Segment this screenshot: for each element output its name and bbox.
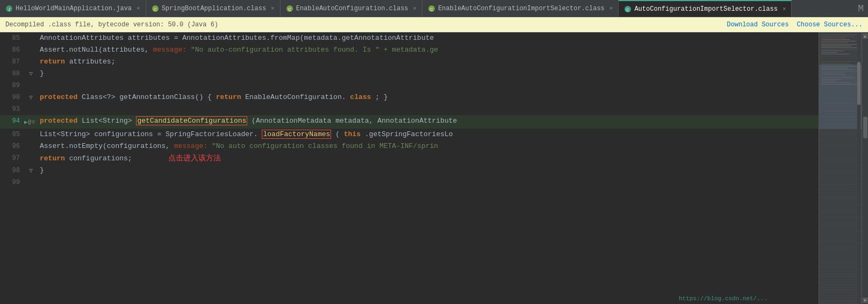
table-row: 96 Assert.notEmpty(configurations, messa… — [0, 140, 819, 152]
fold-icon-98[interactable]: ▽ — [29, 167, 33, 174]
scroll-down-button[interactable]: ▼ — [863, 298, 868, 303]
tab-label: SpringBootApplication.class — [162, 5, 266, 12]
annotation-marker: @ — [28, 117, 31, 129]
tab-close[interactable]: × — [413, 5, 417, 12]
line-code: AnnotationAttributes attributes = Annota… — [38, 32, 819, 44]
code-token: configurations; — [69, 154, 132, 162]
line-number: 85 — [0, 32, 24, 44]
tab-label: AutoConfigurationImportSelector.class — [634, 5, 777, 13]
code-token: (AnnotationMetadata metadata, Annotation… — [252, 117, 457, 125]
tab-close[interactable]: × — [609, 5, 613, 12]
tab-close-active[interactable]: × — [783, 6, 786, 12]
line-code — [38, 176, 819, 188]
minimap-scroll-thumb[interactable] — [857, 62, 860, 105]
code-token: ; } — [375, 93, 388, 101]
line-gutter: ▽ — [24, 165, 38, 176]
highlighted-method-loadfactorynames: loadFactoryNames — [262, 130, 331, 139]
code-param: message: — [174, 142, 207, 150]
line-gutter — [24, 56, 38, 68]
tab-helloworldmain[interactable]: J HelloWorldMainApplication.java × — [0, 0, 146, 17]
choose-sources-link[interactable]: Choose Sources... — [797, 21, 863, 29]
code-token: Assert.notEmpty(configurations, — [40, 142, 174, 150]
tab-autoconfigimportselector[interactable]: C AutoConfigurationImportSelector.class … — [619, 0, 792, 17]
line-number: 87 — [0, 56, 24, 68]
table-row: 89 — [0, 80, 819, 91]
keyword-protected: protected — [40, 93, 77, 101]
notification-bar: Decompiled .class file, bytecode version… — [0, 17, 868, 32]
tab-close[interactable]: × — [137, 5, 140, 12]
keyword-return: return — [40, 58, 65, 66]
line-number: 89 — [0, 80, 24, 91]
scroll-thumb[interactable] — [863, 117, 867, 138]
line-number: 94 — [0, 115, 24, 129]
tab-label: EnableAutoConfigurationImportSelector.cl… — [438, 5, 605, 12]
tab-label: HelloWorldMainApplication.java — [16, 5, 132, 12]
line-number: 98 — [0, 165, 24, 176]
table-row: 99 — [0, 176, 819, 188]
line-code: return attributes; — [38, 56, 819, 68]
scroll-track[interactable] — [863, 40, 867, 296]
tab-enableautoconfigimport[interactable]: C EnableAutoConfigurationImportSelector.… — [422, 0, 619, 17]
highlighted-method-getcandidateconfigurations: getCandidateConfigurations — [136, 116, 247, 125]
line-code: } — [38, 165, 819, 176]
line-number: 90 — [0, 91, 24, 103]
line-gutter — [24, 152, 38, 165]
table-row: 94 ▶ @ ▽ protected List<String> getCandi… — [0, 115, 819, 129]
code-token: AnnotationAttributes attributes = Annota… — [40, 34, 434, 42]
class-icon: C — [152, 5, 159, 12]
code-token: Class<?> getAnnotationClass() { — [82, 93, 216, 101]
line-gutter — [24, 80, 38, 91]
run-icon[interactable]: ▶ — [24, 117, 27, 129]
line-code: return configurations; 点击进入该方法 — [38, 152, 819, 165]
fold-icon-94[interactable]: ▽ — [32, 117, 35, 129]
fold-icon-90[interactable]: ▽ — [29, 94, 33, 101]
line-code: Assert.notNull(attributes, message: "No … — [38, 44, 819, 56]
table-row: 87 return attributes; — [0, 56, 819, 68]
line-number: 88 — [0, 68, 24, 80]
code-token: } — [40, 69, 44, 77]
code-table: 85 AnnotationAttributes attributes = Ann… — [0, 32, 819, 188]
code-token: Assert.notNull(attributes, — [40, 46, 153, 54]
tab-springbootapp[interactable]: C SpringBootApplication.class × — [146, 0, 281, 17]
notification-message: Decompiled .class file, bytecode version… — [5, 21, 218, 29]
code-token: List<String> configurations = SpringFact… — [40, 130, 258, 138]
tab-enableautoconfig[interactable]: C EnableAutoConfiguration.class × — [281, 0, 422, 17]
fold-icon[interactable]: ▽ — [29, 70, 33, 77]
minimap-scrollbar[interactable] — [857, 32, 860, 304]
line-number: 86 — [0, 44, 24, 56]
vertical-scrollbar: ▲ ▼ — [862, 32, 868, 304]
line-code — [38, 80, 819, 91]
scroll-up-button[interactable]: ▲ — [863, 33, 868, 39]
class-icon-4: C — [624, 5, 632, 13]
more-tabs-button[interactable]: M — [853, 0, 868, 17]
code-string: "No auto-configuration attributes found.… — [191, 46, 438, 54]
line-gutter — [24, 129, 38, 140]
svg-text:C: C — [430, 7, 433, 12]
code-token: List<String> — [82, 117, 136, 125]
keyword-this: this — [344, 130, 361, 138]
download-sources-link[interactable]: Download Sources — [727, 21, 788, 29]
code-token: EnableAutoConfiguration. — [245, 93, 346, 101]
code-token: } — [40, 166, 44, 174]
table-row: 93 — [0, 103, 819, 115]
line-code: } — [38, 68, 819, 80]
chinese-annotation: 点击进入该方法 — [168, 154, 221, 162]
keyword-protected: protected — [40, 117, 77, 125]
table-row: 90 ▽ protected Class<?> getAnnotationCla… — [0, 91, 819, 103]
table-row: 95 List<String> configurations = SpringF… — [0, 129, 819, 140]
class-icon-3: C — [428, 5, 435, 12]
minimap-viewport — [819, 65, 862, 129]
status-url: https://blog.csdn.net/... — [676, 294, 770, 303]
line-number: 93 — [0, 103, 24, 115]
line-number: 96 — [0, 140, 24, 152]
line-code: List<String> configurations = SpringFact… — [38, 129, 819, 140]
line-gutter: ▽ — [24, 91, 38, 103]
line-gutter — [24, 176, 38, 188]
line-gutter — [24, 103, 38, 115]
class-icon-2: C — [286, 5, 293, 12]
code-token: attributes; — [69, 58, 116, 66]
line-gutter — [24, 44, 38, 56]
code-panel: 85 AnnotationAttributes attributes = Ann… — [0, 32, 819, 304]
tab-close[interactable]: × — [271, 5, 275, 12]
tab-label: EnableAutoConfiguration.class — [296, 5, 408, 12]
